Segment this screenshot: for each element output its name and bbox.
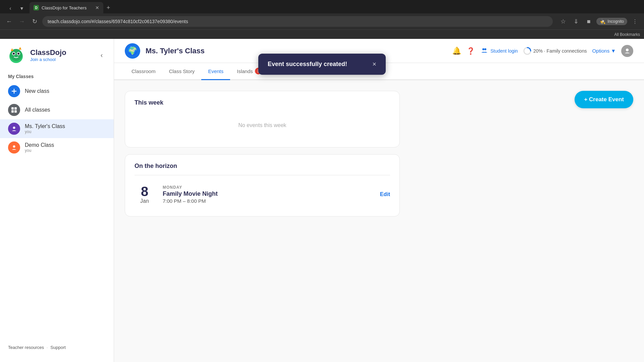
svg-point-16: [482, 48, 484, 50]
incognito-icon: 🕵: [600, 19, 605, 24]
logo-svg: [7, 46, 25, 64]
svg-marker-7: [19, 47, 21, 50]
this-week-title: This week: [135, 99, 390, 106]
sidebar-item-tylers-class[interactable]: Ms. Tyler's Class you: [0, 119, 114, 138]
demo-class-icon: [8, 141, 20, 154]
demo-class-sublabel: you: [25, 148, 54, 153]
all-classes-label: All classes: [25, 107, 50, 113]
tylers-class-sublabel: you: [25, 129, 65, 134]
bookmark-star-icon[interactable]: ☆: [558, 16, 568, 26]
all-classes-item[interactable]: All classes: [0, 101, 114, 119]
notifications-btn[interactable]: 🔔: [452, 47, 461, 55]
svg-marker-6: [11, 48, 13, 51]
avatar-icon: [624, 47, 631, 55]
event-row: 8 Jan MONDAY Family Movie Night 7:00 PM …: [135, 181, 390, 208]
student-login-btn[interactable]: Student login: [480, 47, 518, 55]
family-connections-btn[interactable]: 20% · Family connections: [523, 47, 587, 55]
options-label: Options: [592, 48, 609, 54]
no-events-text: No events this week: [135, 112, 390, 139]
bookmarks-bar: All Bookmarks: [0, 29, 644, 39]
sidebar-brand: ClassDojo Join a school: [30, 48, 66, 62]
tab-classroom[interactable]: Classroom: [125, 63, 162, 80]
help-btn[interactable]: ❓: [467, 47, 475, 55]
tab-class-story[interactable]: Class Story: [162, 63, 202, 80]
student-login-label: Student login: [490, 48, 518, 54]
history-back-btn[interactable]: ‹: [5, 3, 15, 13]
incognito-label: Incognito: [607, 19, 624, 24]
my-classes-label: My Classes: [0, 71, 114, 82]
join-school-link[interactable]: Join a school: [30, 57, 66, 62]
main-area: 🌍 Ms. Tyler's Class 🔔 ❓ Student login: [114, 39, 644, 362]
browser-chrome: ‹ ▼ D ClassDojo for Teachers ✕ + ← → ↻ ☆…: [0, 0, 644, 39]
event-date-num: 8: [141, 185, 148, 198]
toast-notification: Event successfully created! ×: [258, 54, 386, 75]
options-chevron-icon: ▼: [611, 48, 616, 54]
user-avatar[interactable]: [621, 45, 633, 57]
sidebar-item-demo-class[interactable]: Demo Class you: [0, 138, 114, 157]
demo-class-text: Demo Class you: [25, 142, 54, 153]
nav-forward-btn[interactable]: →: [17, 16, 27, 26]
event-date-month: Jan: [140, 198, 149, 204]
extensions-icon[interactable]: ■: [584, 16, 594, 26]
all-classes-icon: [8, 104, 20, 116]
active-browser-tab[interactable]: D ClassDojo for Teachers ✕: [30, 2, 103, 13]
tab-class-story-label: Class Story: [169, 68, 195, 74]
download-icon[interactable]: ⇓: [571, 16, 581, 26]
event-edit-btn[interactable]: Edit: [380, 191, 390, 197]
browser-menu-btn[interactable]: ⋮: [630, 16, 640, 26]
tylers-class-name: Ms. Tyler's Class: [25, 123, 65, 129]
student-login-icon: [480, 47, 488, 55]
svg-point-15: [13, 145, 15, 148]
svg-rect-8: [11, 107, 14, 110]
horizon-divider: [135, 175, 390, 175]
app-container: ClassDojo Join a school ‹ My Classes New…: [0, 39, 644, 362]
all-bookmarks-link[interactable]: All Bookmarks: [614, 32, 640, 37]
tab-title: ClassDojo for Teachers: [42, 5, 93, 10]
brand-name: ClassDojo: [30, 48, 66, 57]
sidebar: ClassDojo Join a school ‹ My Classes New…: [0, 39, 114, 362]
horizon-title: On the horizon: [135, 163, 390, 170]
tylers-class-text: Ms. Tyler's Class you: [25, 123, 65, 134]
support-link[interactable]: Support: [50, 345, 66, 350]
address-bar[interactable]: [42, 16, 553, 27]
teacher-resources-link[interactable]: Teacher resources: [8, 345, 44, 350]
event-info: MONDAY Family Movie Night 7:00 PM – 8:00…: [163, 185, 372, 204]
tab-events[interactable]: Events: [201, 63, 230, 80]
browser-tabs: ‹ ▼ D ClassDojo for Teachers ✕ +: [0, 0, 644, 13]
options-btn[interactable]: Options ▼: [592, 48, 616, 54]
new-class-label: New class: [25, 88, 49, 94]
toast-message: Event successfully created!: [268, 61, 347, 68]
header-actions: 🔔 ❓ Student login: [452, 45, 633, 57]
horizon-card: On the horizon 8 Jan MONDAY Family Movie…: [125, 154, 400, 217]
demo-class-name: Demo Class: [25, 142, 54, 148]
class-globe-icon: 🌍: [125, 43, 140, 59]
family-connections-label: 20% · Family connections: [533, 48, 587, 54]
incognito-badge[interactable]: 🕵 Incognito: [596, 18, 627, 25]
tab-events-label: Events: [208, 68, 223, 74]
sidebar-footer: Teacher resources · Support: [0, 340, 114, 355]
sidebar-logo-area: ClassDojo Join a school ‹: [0, 46, 114, 70]
classdojo-logo: [7, 46, 25, 64]
svg-point-13: [13, 127, 15, 129]
svg-point-5: [17, 53, 19, 55]
event-date: 8 Jan: [135, 185, 155, 204]
event-name: Family Movie Night: [163, 190, 372, 197]
nav-refresh-btn[interactable]: ↻: [30, 16, 40, 26]
nav-back-btn[interactable]: ←: [4, 16, 14, 26]
svg-point-4: [13, 53, 15, 55]
svg-point-17: [484, 48, 486, 50]
tab-favicon: D: [34, 5, 39, 10]
toast-close-btn[interactable]: ×: [372, 60, 376, 68]
tab-close-btn[interactable]: ✕: [95, 5, 99, 10]
event-day-label: MONDAY: [163, 185, 372, 190]
new-tab-btn[interactable]: +: [103, 2, 113, 13]
browser-nav-actions: ☆ ⇓ ■ 🕵 Incognito ⋮: [558, 16, 640, 26]
new-class-item[interactable]: New class: [0, 82, 114, 101]
svg-rect-10: [11, 110, 14, 113]
sidebar-collapse-btn[interactable]: ‹: [96, 50, 107, 60]
event-time: 7:00 PM – 8:00 PM: [163, 198, 372, 204]
svg-rect-9: [14, 107, 17, 110]
create-event-btn[interactable]: + Create Event: [575, 91, 633, 108]
tabs-menu-btn[interactable]: ▼: [17, 3, 27, 13]
this-week-card: This week No events this week: [125, 91, 400, 147]
